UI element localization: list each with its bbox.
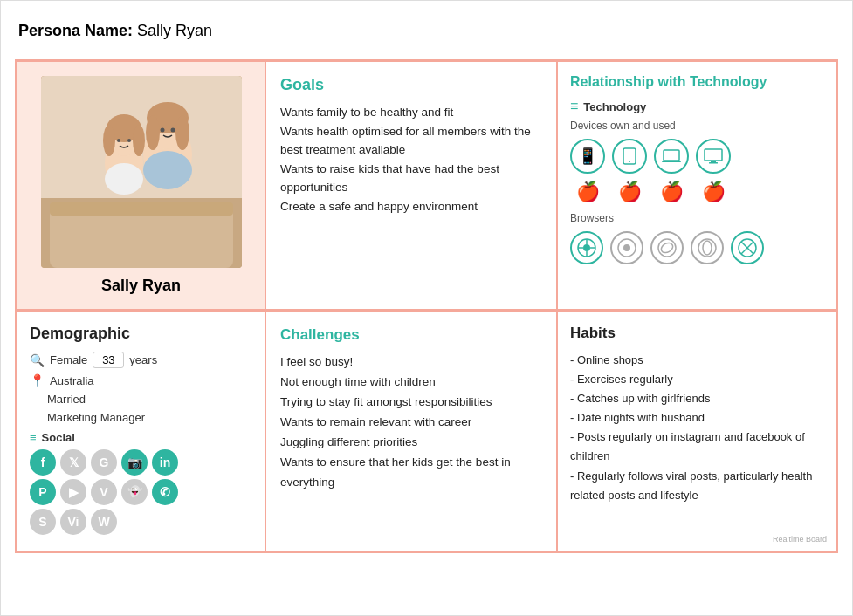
browsers-label: Browsers (570, 212, 823, 224)
job-value: Marketing Manager (47, 411, 145, 424)
gender-icon: 🔍 (30, 353, 45, 367)
svg-rect-2 (50, 207, 233, 268)
svg-point-9 (143, 151, 192, 189)
svg-rect-26 (709, 162, 718, 164)
svg-rect-25 (711, 161, 716, 162)
gender-row: 🔍 Female years (30, 352, 252, 368)
location-row: 📍 Australia (30, 373, 252, 387)
social-vine-icon[interactable]: Vi (60, 509, 86, 535)
device-laptop-icon (654, 139, 689, 174)
svg-point-37 (698, 239, 716, 257)
social-wechat-icon[interactable]: W (91, 509, 117, 535)
browser-firefox-icon (610, 231, 643, 264)
goals-item-1: Wants family to be healthy and fit (280, 103, 542, 122)
photo-svg (41, 76, 242, 268)
age-input[interactable] (93, 352, 124, 368)
person-name: Sally Ryan (101, 277, 181, 295)
svg-point-14 (133, 125, 145, 156)
social-facebook-icon[interactable]: f (30, 449, 56, 476)
age-unit: years (129, 353, 157, 366)
challenges-item-6: Wants to ensure that her kids get the be… (280, 453, 542, 493)
social-row-1: f 𝕏 G 📷 in (30, 449, 252, 476)
svg-rect-24 (705, 149, 722, 161)
challenges-item-3: Trying to stay fit amongst responsibilit… (280, 393, 542, 413)
browser-other-icon (731, 231, 764, 264)
social-google-icon[interactable]: G (91, 449, 117, 476)
svg-point-8 (175, 115, 189, 150)
device-icon-row: 📱 (570, 139, 823, 174)
persona-name-header: Sally Ryan (137, 22, 212, 39)
habits-item-2: - Exercises regularly (570, 370, 823, 389)
demographic-cell: Demographic 🔍 Female years 📍 Australia M… (17, 311, 265, 551)
tech-cell: Relationship with Technology Technology … (557, 61, 836, 310)
apple-icon-4: 🍎 (696, 179, 731, 205)
social-vimeo-icon[interactable]: V (91, 479, 117, 505)
habits-item-4: - Date nights with husband (570, 408, 823, 428)
status-row: Married (30, 393, 252, 406)
challenges-item-4: Wants to remain relevant with career (280, 413, 542, 433)
device-tablet-icon (612, 139, 647, 174)
tech-heading: Relationship with Technology (570, 74, 823, 90)
browser-chrome-icon (570, 231, 603, 264)
goals-item-4: Create a safe and happy environment (280, 197, 542, 216)
apple-icon-2: 🍎 (612, 179, 647, 205)
top-grid: Sally Ryan Goals Wants family to be heal… (15, 59, 838, 311)
apple-icon-row: 🍎 🍎 🍎 🍎 (570, 179, 823, 205)
social-pinterest-icon[interactable]: P (30, 479, 56, 505)
svg-point-21 (629, 161, 630, 162)
svg-point-17 (170, 128, 175, 133)
svg-point-38 (703, 241, 712, 255)
apple-icon-1: 🍎 (570, 179, 605, 205)
challenges-item-5: Juggling different priorities (280, 433, 542, 453)
tech-section-title: Technology (570, 99, 823, 114)
realtime-badge: Realtime Board (773, 535, 827, 544)
habits-item-1: - Online shops (570, 351, 823, 370)
social-linkedin-icon[interactable]: in (152, 449, 178, 476)
challenges-heading: Challenges (280, 326, 542, 344)
svg-point-28 (583, 244, 590, 251)
social-skype-icon[interactable]: S (30, 509, 56, 535)
svg-point-36 (659, 241, 674, 255)
browser-ie-icon (650, 231, 684, 264)
svg-point-18 (117, 139, 120, 142)
svg-point-13 (103, 125, 115, 156)
social-snapchat-icon[interactable]: 👻 (121, 479, 148, 505)
challenges-item-1: I feel so busy! (280, 352, 542, 373)
goals-content: Wants family to be healthy and fit Wants… (280, 103, 542, 216)
goals-item-3: Wants to raise kids that have had the be… (280, 160, 542, 197)
browser-opera-icon (691, 231, 724, 264)
goals-cell: Goals Wants family to be healthy and fit… (265, 61, 557, 310)
svg-rect-3 (50, 202, 233, 216)
devices-label: Devices own and used (570, 120, 823, 132)
page: Persona Name: Sally Ryan (0, 0, 853, 616)
social-row-2: P ▶ V 👻 ✆ (30, 479, 252, 505)
habits-item-6: - Regularly follows viral posts, particu… (570, 467, 823, 505)
job-row: Marketing Manager (30, 411, 252, 424)
svg-point-7 (146, 115, 160, 150)
device-phone-icon: 📱 (570, 139, 605, 174)
gender-value: Female (50, 353, 87, 366)
photo-cell: Sally Ryan (17, 61, 265, 310)
svg-point-16 (160, 128, 164, 133)
browser-icon-row (570, 231, 823, 264)
persona-label: Persona Name: (18, 22, 133, 39)
photo-placeholder (41, 76, 242, 268)
svg-point-19 (127, 139, 131, 142)
social-row-3: S Vi W (30, 509, 252, 535)
habits-heading: Habits (570, 325, 823, 342)
location-icon: 📍 (30, 373, 45, 387)
social-youtube-icon[interactable]: ▶ (60, 479, 86, 505)
habits-item-3: - Catches up with girlfriends (570, 389, 823, 408)
device-monitor-icon (696, 139, 731, 174)
goals-item-2: Wants health optimised for all members w… (280, 122, 542, 160)
social-instagram-icon[interactable]: 📷 (121, 449, 148, 476)
goals-heading: Goals (280, 76, 542, 94)
svg-point-15 (105, 163, 143, 195)
social-whatsapp-icon[interactable]: ✆ (152, 479, 178, 505)
habits-item-5: - Posts regularly on instagram and faceb… (570, 428, 823, 466)
apple-icon-3: 🍎 (654, 179, 689, 205)
social-twitter-icon[interactable]: 𝕏 (60, 449, 86, 476)
bottom-grid: Demographic 🔍 Female years 📍 Australia M… (15, 311, 838, 553)
social-label: Social (30, 431, 252, 444)
location-value: Australia (50, 374, 94, 387)
